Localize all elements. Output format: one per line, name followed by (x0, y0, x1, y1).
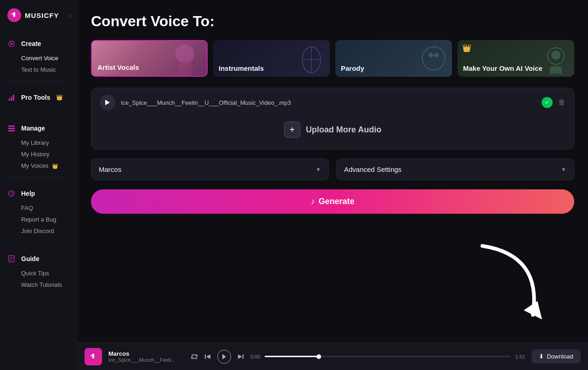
sidebar-section-create-header[interactable]: Create (0, 35, 77, 52)
upload-plus-icon: + (284, 121, 300, 138)
sidebar-item-my-library[interactable]: My Library (0, 137, 77, 148)
file-name-label: Ice_Spice___Munch__Feelin__U___Official_… (121, 99, 536, 106)
sidebar-guide-label: Guide (21, 255, 40, 262)
svg-rect-5 (8, 128, 15, 129)
svg-point-19 (422, 47, 445, 70)
svg-point-21 (434, 53, 439, 57)
manage-icon (6, 123, 17, 133)
voice-card-own-voice-label: Make Your Own AI Voice (463, 64, 543, 72)
player-info: Marcos Ice_Spice___Munch__Feeli... (108, 350, 175, 363)
sidebar-section-guide-header[interactable]: Guide (0, 250, 77, 268)
settings-row: Marcos ▼ Advanced Settings ▼ (91, 159, 574, 180)
svg-rect-3 (13, 95, 14, 101)
player-bar: Marcos Ice_Spice___Munch__Feeli... (77, 342, 588, 370)
generate-button[interactable]: ♪ Generate (91, 189, 574, 214)
voice-type-cards: Artist Vocals Instrumentals (91, 40, 574, 77)
download-button[interactable]: ⬇ Download (531, 349, 581, 364)
file-play-button[interactable] (100, 95, 115, 110)
sidebar-section-pro-tools: Pro Tools 👑 (0, 84, 77, 109)
sidebar-section-help: ? Help FAQ Report a Bug Join Discord (0, 180, 77, 239)
sidebar-item-join-discord[interactable]: Join Discord (0, 225, 77, 237)
svg-rect-2 (11, 97, 12, 101)
sidebar-item-my-voices[interactable]: My Voices 👑 (0, 160, 77, 171)
svg-rect-1 (9, 98, 10, 101)
file-check-icon: ✓ (542, 97, 553, 108)
create-icon (6, 39, 17, 49)
upload-more-button[interactable]: + Upload More Audio (100, 117, 565, 142)
upload-section: Ice_Spice___Munch__Feelin__U___Official_… (91, 88, 574, 149)
player-progress-track[interactable] (265, 356, 510, 357)
sidebar-section-manage: Manage My Library My History My Voices 👑 (0, 115, 77, 174)
sidebar-pro-tools-label: Pro Tools (21, 94, 51, 101)
advanced-settings-dropdown[interactable]: Advanced Settings ▼ (336, 159, 574, 180)
player-prev-button[interactable] (204, 353, 211, 360)
sidebar-help-label: Help (21, 190, 35, 197)
my-voices-crown-icon: 👑 (52, 163, 58, 169)
sidebar-manage-label: Manage (21, 125, 45, 132)
voice-card-artist-vocals[interactable]: Artist Vocals (91, 40, 208, 77)
pro-tools-icon (6, 92, 17, 102)
sidebar-section-manage-header[interactable]: Manage (0, 120, 77, 137)
download-icon: ⬇ (539, 353, 544, 360)
player-time-current: 0:00 (250, 354, 260, 359)
sidebar-section-pro-tools-header[interactable]: Pro Tools 👑 (0, 89, 77, 106)
page-title: Convert Voice To: (91, 13, 574, 30)
app-logo-icon (7, 8, 21, 22)
sidebar-item-convert-voice[interactable]: Convert Voice (0, 52, 77, 64)
sidebar-item-report-bug[interactable]: Report a Bug (0, 214, 77, 225)
voice-card-own-voice[interactable]: 👑 Make Your Own AI Voice (458, 40, 574, 77)
download-button-label: Download (547, 353, 573, 360)
svg-rect-14 (178, 62, 192, 76)
sidebar-section-guide: Guide Quick Tips Watch Tutorials (0, 245, 77, 293)
player-track-title: Marcos (108, 350, 175, 357)
file-delete-button[interactable]: 🗑 (558, 98, 565, 107)
sidebar-item-quick-tips[interactable]: Quick Tips (0, 268, 77, 279)
voice-card-instrumentals[interactable]: Instrumentals (213, 40, 330, 77)
pro-tools-crown-icon: 👑 (56, 94, 63, 101)
main-wrapper: Convert Voice To: Artist Vocals (77, 0, 588, 370)
player-repeat-button[interactable] (191, 353, 198, 360)
generate-button-label: Generate (318, 197, 354, 206)
advanced-settings-label: Advanced Settings (344, 165, 401, 173)
player-controls (191, 350, 244, 364)
svg-text:?: ? (11, 192, 13, 196)
sidebar-item-text-to-music[interactable]: Text to Music (0, 64, 77, 75)
upload-more-label: Upload More Audio (306, 125, 381, 135)
player-track-subtitle: Ice_Spice___Munch__Feeli... (108, 357, 175, 363)
svg-rect-25 (205, 354, 206, 359)
guide-icon (6, 254, 17, 264)
advanced-settings-arrow-icon: ▼ (561, 166, 566, 173)
player-progress-area: 0:00 1:51 (250, 354, 525, 359)
voice-dropdown[interactable]: Marcos ▼ (91, 159, 329, 180)
generate-music-icon: ♪ (311, 197, 315, 206)
file-row: Ice_Spice___Munch__Feelin__U___Official_… (100, 95, 565, 110)
main-content: Convert Voice To: Artist Vocals (77, 0, 588, 370)
player-time-total: 1:51 (515, 354, 525, 359)
sidebar-create-label: Create (21, 40, 41, 47)
sidebar-section-create: Create Convert Voice Text to Music (0, 30, 77, 78)
svg-point-13 (175, 45, 195, 64)
voice-dropdown-arrow-icon: ▼ (316, 166, 321, 173)
voice-card-artist-vocals-label: Artist Vocals (97, 63, 139, 71)
collapse-sidebar-button[interactable]: ‹ (69, 12, 71, 19)
voice-card-parody-label: Parody (341, 64, 364, 72)
svg-point-23 (551, 51, 560, 60)
voice-dropdown-selected: Marcos (99, 165, 121, 173)
sidebar-section-help-header[interactable]: ? Help (0, 185, 77, 202)
voice-card-instrumentals-label: Instrumentals (219, 64, 264, 72)
help-icon: ? (6, 188, 17, 199)
player-next-button[interactable] (237, 353, 244, 360)
svg-point-20 (429, 53, 433, 57)
player-play-pause-button[interactable] (217, 350, 231, 364)
sidebar-item-watch-tutorials[interactable]: Watch Tutorials (0, 279, 77, 290)
svg-rect-4 (8, 125, 15, 127)
svg-rect-6 (8, 130, 15, 131)
app-name: MUSICFY (25, 11, 59, 19)
voice-card-parody[interactable]: Parody (335, 40, 452, 77)
player-progress-fill (265, 356, 319, 357)
sidebar-logo-area: MUSICFY ‹ (0, 0, 77, 30)
sidebar-item-faq[interactable]: FAQ (0, 202, 77, 214)
sidebar-item-my-history[interactable]: My History (0, 148, 77, 160)
content-area: Convert Voice To: Artist Vocals (77, 0, 588, 342)
player-progress-dot (317, 354, 321, 359)
